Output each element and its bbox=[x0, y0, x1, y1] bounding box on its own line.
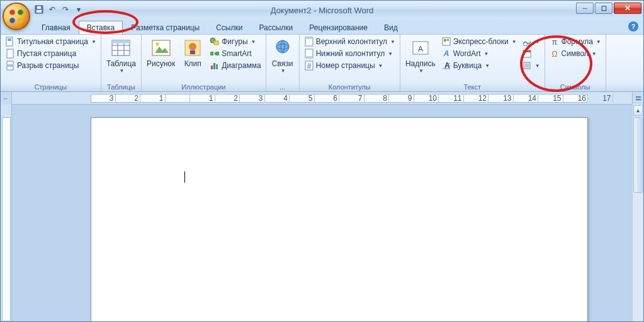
equation-label: Формула bbox=[562, 37, 593, 46]
svg-rect-5 bbox=[37, 10, 42, 13]
document-area[interactable] bbox=[12, 105, 632, 321]
picture-button[interactable]: Рисунок bbox=[144, 36, 178, 69]
date-time-button[interactable] bbox=[520, 48, 542, 59]
svg-rect-58 bbox=[636, 99, 641, 100]
text-cursor bbox=[184, 171, 185, 183]
help-button[interactable]: ? bbox=[628, 21, 638, 32]
page[interactable] bbox=[91, 117, 588, 321]
shapes-button[interactable]: Фигуры▼ bbox=[208, 36, 263, 47]
svg-point-2 bbox=[9, 18, 15, 23]
table-label: Таблица bbox=[106, 59, 136, 68]
cover-page-button[interactable]: Титульная страница▼ bbox=[3, 36, 98, 47]
chart-button[interactable]: Диаграмма bbox=[208, 60, 263, 71]
symbol-label: Символ bbox=[562, 49, 589, 58]
chart-label: Диаграмма bbox=[222, 61, 261, 70]
tab-view[interactable]: Вид bbox=[376, 21, 406, 34]
window-title: Документ2 - Microsoft Word bbox=[271, 6, 374, 15]
svg-rect-31 bbox=[216, 64, 218, 69]
redo-icon[interactable]: ↷ bbox=[60, 4, 71, 15]
group-illustrations-label: Иллюстрации bbox=[144, 83, 263, 91]
shapes-label: Фигуры bbox=[222, 37, 247, 46]
office-button[interactable] bbox=[3, 3, 30, 30]
maximize-button[interactable]: ☐ bbox=[595, 3, 613, 14]
svg-rect-25 bbox=[214, 41, 218, 45]
page-number-label: Номер страницы bbox=[316, 61, 375, 70]
quickparts-button[interactable]: Экспресс-блоки▼ bbox=[439, 36, 519, 47]
svg-rect-23 bbox=[190, 50, 195, 54]
clipart-label: Клип bbox=[184, 59, 201, 68]
tab-review[interactable]: Рецензирование bbox=[301, 21, 376, 34]
page-number-button[interactable]: #Номер страницы▼ bbox=[302, 60, 397, 71]
smartart-button[interactable]: SmartArt bbox=[208, 48, 263, 59]
svg-rect-10 bbox=[7, 61, 13, 65]
svg-text:A: A bbox=[418, 45, 423, 54]
save-icon[interactable] bbox=[33, 4, 45, 15]
links-label: Связи bbox=[272, 59, 293, 68]
qat-customize-icon[interactable]: ▾ bbox=[73, 4, 84, 15]
svg-rect-44 bbox=[447, 39, 449, 41]
dropcap-button[interactable]: AБуквица▼ bbox=[439, 60, 519, 71]
clipart-button[interactable]: Клип bbox=[179, 36, 206, 69]
svg-rect-17 bbox=[112, 40, 130, 43]
group-links-label: ... bbox=[269, 83, 297, 91]
undo-icon[interactable]: ↶ bbox=[47, 4, 58, 15]
svg-point-22 bbox=[189, 43, 196, 50]
group-tables-label: Таблицы bbox=[104, 83, 138, 91]
svg-rect-26 bbox=[210, 52, 213, 55]
footer-button[interactable]: Нижний колонтитул▼ bbox=[302, 48, 397, 59]
tab-insert[interactable]: Вставка bbox=[79, 21, 123, 34]
page-break-label: Разрыв страницы bbox=[17, 61, 79, 70]
svg-rect-57 bbox=[636, 96, 641, 98]
quick-access-toolbar: ↶ ↷ ▾ bbox=[33, 4, 84, 15]
svg-rect-30 bbox=[213, 63, 215, 69]
signature-line-button[interactable]: ▼ bbox=[520, 36, 542, 47]
ruler-corner[interactable]: ⌐ bbox=[1, 92, 12, 105]
footer-label: Нижний колонтитул bbox=[316, 49, 385, 58]
svg-rect-35 bbox=[305, 37, 313, 39]
vertical-scrollbar[interactable]: ▲ bbox=[632, 105, 643, 321]
tab-references[interactable]: Ссылки bbox=[208, 21, 251, 34]
svg-point-20 bbox=[155, 42, 159, 46]
group-text-label: Текст bbox=[403, 83, 542, 91]
tab-mailings[interactable]: Рассылки bbox=[251, 21, 301, 34]
table-button[interactable]: Таблица▼ bbox=[104, 36, 138, 74]
svg-rect-43 bbox=[444, 39, 446, 42]
scroll-thumb[interactable] bbox=[633, 117, 643, 193]
equation-button[interactable]: πФормула▼ bbox=[548, 36, 603, 47]
quickparts-label: Экспресс-блоки bbox=[453, 37, 509, 46]
tab-home[interactable]: Главная bbox=[33, 21, 79, 34]
group-pages-label: Страницы bbox=[3, 83, 98, 91]
dropcap-label: Буквица bbox=[453, 61, 482, 70]
vertical-ruler[interactable] bbox=[1, 105, 12, 321]
title-bar: ↶ ↷ ▾ Документ2 - Microsoft Word ─ ☐ ✕ bbox=[1, 1, 643, 20]
blank-page-label: Пустая страница bbox=[17, 49, 76, 58]
scroll-up-button[interactable]: ▲ bbox=[633, 105, 643, 116]
svg-rect-29 bbox=[211, 66, 213, 69]
symbol-button[interactable]: ΩСимвол▼ bbox=[548, 48, 603, 59]
svg-rect-18 bbox=[152, 40, 170, 55]
wordart-button[interactable]: AWordArt▼ bbox=[439, 48, 519, 59]
page-break-button[interactable]: Разрыв страницы bbox=[3, 60, 98, 71]
header-button[interactable]: Верхний колонтитул▼ bbox=[302, 36, 397, 47]
svg-point-0 bbox=[9, 9, 15, 15]
ruler-toggle-button[interactable] bbox=[632, 92, 643, 105]
svg-rect-54 bbox=[525, 64, 529, 67]
close-button[interactable]: ✕ bbox=[614, 3, 641, 14]
object-button[interactable]: ▼ bbox=[520, 60, 542, 71]
textbox-button[interactable]: A Надпись▼ bbox=[403, 36, 438, 74]
links-button[interactable]: Связи▼ bbox=[269, 36, 297, 74]
svg-marker-27 bbox=[214, 52, 216, 55]
textbox-label: Надпись bbox=[405, 59, 436, 68]
svg-rect-11 bbox=[7, 66, 13, 70]
group-symbols-label: Символы bbox=[548, 83, 603, 91]
svg-rect-37 bbox=[305, 56, 313, 58]
svg-rect-28 bbox=[216, 52, 219, 55]
header-label: Верхний колонтитул bbox=[316, 37, 387, 46]
cover-page-label: Титульная страница bbox=[17, 37, 88, 46]
svg-rect-6 bbox=[37, 6, 41, 9]
ribbon-tabs: Главная Вставка Разметка страницы Ссылки… bbox=[1, 20, 643, 34]
minimize-button[interactable]: ─ bbox=[576, 3, 594, 14]
tab-page-layout[interactable]: Разметка страницы bbox=[123, 21, 208, 34]
horizontal-ruler[interactable]: ⌐ 3211234567891011121314151617 bbox=[1, 92, 643, 105]
blank-page-button[interactable]: Пустая страница bbox=[3, 48, 98, 59]
